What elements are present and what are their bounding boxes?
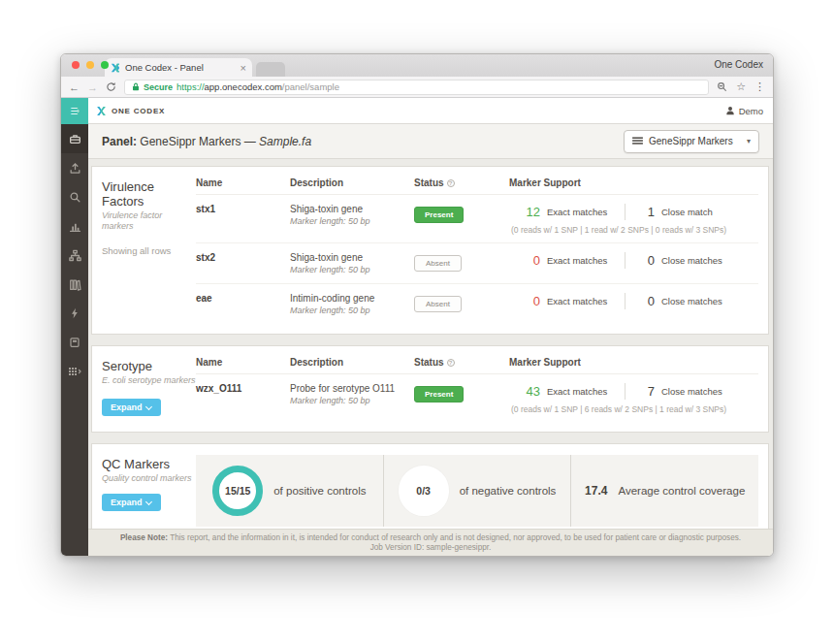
virulence-table: Name Description Status? Marker Support … — [196, 177, 758, 324]
qc-markers-card: QC Markers Quality control markers Expan… — [91, 443, 769, 529]
expand-button[interactable]: Expand — [102, 494, 161, 511]
sidebar-item-samples[interactable] — [61, 124, 88, 153]
minimize-window-button[interactable] — [86, 61, 94, 69]
browser-tab[interactable]: One Codex - Panel × — [105, 58, 252, 77]
onecodex-favicon — [111, 63, 120, 73]
qc-section-header: QC Markers Quality control markers Expan… — [102, 455, 196, 527]
books-icon — [69, 278, 81, 291]
panel-header: Panel: GeneSippr Markers — Sample.fa Gen… — [88, 124, 773, 159]
sidebar-item-upload[interactable] — [61, 153, 88, 182]
secure-label: Secure — [144, 82, 173, 92]
table-row-wzx-O111: wzx_O111 Probe for serotype O111 Marker … — [196, 374, 758, 422]
close-count: 7 — [627, 384, 655, 399]
sidebar-item-taxonomy-tree[interactable] — [61, 241, 88, 270]
panel-selector-dropdown[interactable]: GeneSippr Markers ▾ — [624, 130, 759, 153]
new-tab-button[interactable] — [256, 62, 285, 77]
report-disclaimer: Please Note: This report, and the inform… — [88, 529, 773, 557]
browser-titlebar: One Codex - Panel × One Codex — [61, 54, 773, 77]
zoom-window-button[interactable] — [101, 61, 109, 69]
marker-support: 0 Exact matches 0 Close matches — [509, 252, 758, 269]
browser-addressbar: ← → Secure https://app.onecodex.com/pane… — [61, 77, 773, 98]
sidebar-item-search[interactable] — [61, 182, 88, 211]
onecodex-logo[interactable]: ONE CODEX — [96, 106, 165, 116]
briefcase-icon — [69, 133, 81, 145]
back-icon[interactable]: ← — [69, 81, 80, 93]
snp-detail: (0 reads w/ 1 SNP | 1 read w/ 2 SNPs | 0… — [509, 225, 758, 235]
table-header-row: Name Description Status? Marker Support — [196, 177, 758, 195]
divider — [625, 383, 626, 400]
sidebar-expand-toggle[interactable]: ☰› — [61, 98, 88, 124]
chevron-down-icon: ▾ — [747, 137, 751, 145]
marker-name: stx1 — [196, 204, 290, 214]
snp-detail: (0 reads w/ 1 SNP | 6 reads w/ 2 SNPs | … — [509, 404, 758, 414]
divider — [625, 252, 626, 269]
chevron-down-icon — [146, 498, 152, 503]
col-header-support: Marker Support — [509, 357, 758, 368]
positive-controls-donut: 15/15 — [212, 466, 263, 516]
notebook-icon — [69, 337, 80, 348]
qc-stats-panel: 15/15 of positive controls 0/3 of negati… — [196, 455, 758, 527]
average-coverage-stat: 17.4 Average control coverage — [571, 455, 758, 527]
zoom-icon[interactable] — [717, 81, 727, 92]
sidebar-item-analyses[interactable] — [61, 211, 88, 241]
expand-button[interactable]: Expand — [102, 399, 161, 416]
reload-icon[interactable] — [106, 81, 116, 92]
section-title: Virulence Factors — [102, 179, 196, 209]
bookmark-star-icon[interactable]: ☆ — [736, 80, 746, 93]
close-count: 0 — [627, 294, 655, 308]
table-row-eae: eae Intimin-coding gene Marker length: 5… — [196, 284, 758, 324]
sidebar-item-jobs[interactable] — [61, 299, 88, 328]
tab-close-icon[interactable]: × — [241, 62, 246, 74]
lightning-icon — [69, 307, 80, 319]
browser-window: One Codex - Panel × One Codex ← → Secure… — [60, 53, 774, 557]
app-main: ONE CODEX Demo Panel: GeneSippr Markers … — [88, 98, 773, 557]
close-count: 0 — [627, 253, 655, 268]
panel-title: Panel: GeneSippr Markers — Sample.fa — [102, 135, 311, 148]
stat-value: 0/3 — [416, 485, 431, 497]
status-badge: Present — [414, 207, 464, 223]
table-row-stx2: stx2 Shiga-toxin gene Marker length: 50 … — [196, 243, 758, 284]
status-info-icon[interactable]: ? — [447, 359, 455, 367]
col-header-description: Description — [290, 177, 414, 188]
exact-count: 0 — [509, 294, 540, 308]
sidebar-item-apps[interactable] — [61, 357, 88, 386]
marker-status: Absent — [414, 252, 509, 272]
window-controls[interactable] — [72, 61, 109, 69]
status-info-icon[interactable]: ? — [447, 179, 455, 187]
url-text: https://app.onecodex.com/panel/sample — [176, 81, 339, 92]
app-sidebar: ☰› — [61, 98, 88, 557]
browser-menu-icon[interactable]: ⋮ — [754, 80, 765, 93]
disclaimer-label: Please Note: — [120, 533, 168, 542]
showing-all-rows-note: Showing all rows — [102, 245, 196, 256]
status-badge: Present — [414, 386, 464, 402]
virulence-factors-card: Virulence Factors Virulence factor marke… — [91, 166, 769, 335]
marker-description: Shiga-toxin gene Marker length: 50 bp — [290, 204, 414, 227]
user-menu[interactable]: Demo — [725, 106, 763, 116]
marker-status: Present — [414, 204, 509, 223]
exact-count: 12 — [509, 205, 540, 219]
disclaimer-text: This report, and the information in it, … — [168, 533, 741, 552]
onecodex-logo-icon — [96, 106, 107, 116]
serotype-table: Name Description Status? Marker Support … — [196, 357, 758, 422]
forward-icon[interactable]: → — [87, 81, 98, 93]
status-badge: Absent — [414, 296, 462, 312]
table-header-row: Name Description Status? Marker Support — [196, 357, 758, 374]
url-host: app.onecodex.com — [205, 81, 282, 92]
stat-label: of negative controls — [460, 485, 557, 497]
app-header: ONE CODEX Demo — [88, 98, 773, 124]
close-window-button[interactable] — [72, 61, 80, 69]
col-header-description: Description — [290, 357, 414, 368]
user-icon — [725, 106, 735, 115]
table-row-stx1: stx1 Shiga-toxin gene Marker length: 50 … — [196, 195, 758, 243]
url-protocol: https:// — [176, 81, 205, 92]
logo-text: ONE CODEX — [112, 107, 165, 115]
url-path: /panel/sample — [282, 81, 339, 92]
marker-description: Shiga-toxin gene Marker length: 50 bp — [290, 252, 414, 275]
sidebar-item-references[interactable] — [61, 270, 88, 299]
onecodex-app: ☰› — [61, 98, 773, 557]
sidebar-item-notebooks[interactable] — [61, 328, 88, 357]
addressbar-actions: ☆ ⋮ — [717, 80, 765, 93]
url-field[interactable]: Secure https://app.onecodex.com/panel/sa… — [124, 80, 709, 95]
marker-name: stx2 — [196, 252, 290, 263]
lock-icon — [132, 82, 140, 91]
